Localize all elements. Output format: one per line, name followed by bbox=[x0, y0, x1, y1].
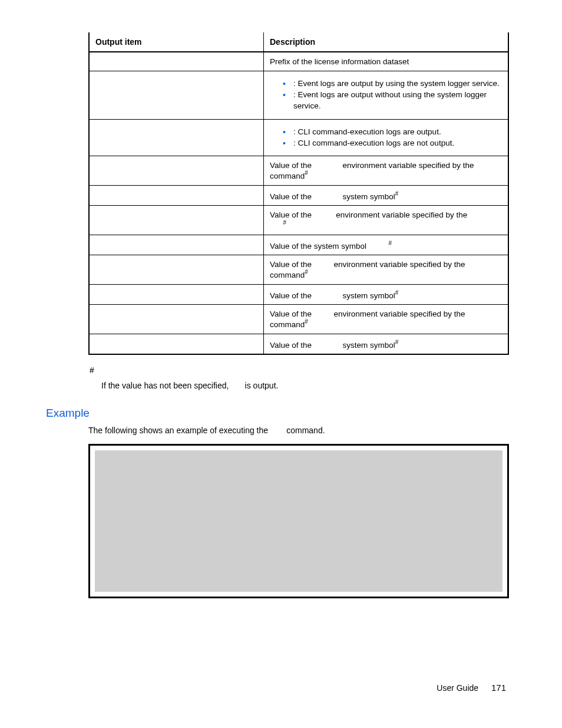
superscript: # bbox=[395, 289, 399, 296]
table-row: : CLI command-execution logs are output.… bbox=[89, 119, 508, 156]
cell-text: system symbol bbox=[343, 192, 395, 200]
superscript: # bbox=[395, 339, 399, 345]
table-cell: Prefix of the license information datase… bbox=[264, 52, 509, 71]
table-row: Value of the environment variable specif… bbox=[89, 206, 508, 235]
table-cell bbox=[89, 52, 264, 71]
cell-text: environment variable specified by the bbox=[334, 260, 465, 269]
table-row: Value of the system symbol# bbox=[89, 334, 508, 354]
footnote-mark: # bbox=[90, 365, 509, 375]
superscript: # bbox=[305, 269, 308, 275]
table-cell: : CLI command-execution logs are output.… bbox=[264, 119, 509, 156]
page-number: 171 bbox=[491, 683, 506, 693]
list-item: : Event logs are output without using th… bbox=[283, 90, 502, 112]
table-row: Value of the system symbol# bbox=[89, 185, 508, 206]
code-example-block bbox=[95, 450, 503, 592]
table-cell: : Event logs are output by using the sys… bbox=[264, 71, 509, 120]
table-cell bbox=[89, 235, 264, 255]
superscript: # bbox=[283, 219, 287, 226]
page-footer: User Guide 171 bbox=[437, 683, 506, 693]
table-cell bbox=[89, 185, 264, 206]
table-cell: Value of the environment variable specif… bbox=[264, 305, 509, 334]
cell-text: command bbox=[270, 172, 305, 180]
cell-text: environment variable specified by the bbox=[343, 161, 474, 170]
table-cell: Value of the system symbol# bbox=[264, 185, 509, 206]
cell-text: Value of the bbox=[270, 291, 314, 299]
table-cell bbox=[89, 206, 264, 235]
cell-text: system symbol bbox=[343, 340, 395, 349]
table-row: Value of the system symbol# bbox=[89, 284, 508, 305]
code-example-frame bbox=[88, 444, 509, 598]
table-header-description: Description bbox=[264, 32, 509, 52]
table-cell bbox=[89, 334, 264, 354]
section-heading-example: Example bbox=[46, 407, 509, 420]
table-cell: Value of the system symbol# bbox=[264, 284, 509, 305]
example-text: command. bbox=[286, 426, 325, 435]
cell-text: Value of the bbox=[270, 161, 314, 170]
bullet-list: : Event logs are output by using the sys… bbox=[270, 78, 502, 112]
superscript: # bbox=[389, 240, 392, 246]
example-text: The following shows an example of execut… bbox=[88, 426, 270, 435]
table-cell: Value of the environment variable specif… bbox=[264, 206, 509, 235]
superscript: # bbox=[305, 170, 308, 176]
list-item: : CLI command-execution logs are not out… bbox=[283, 138, 502, 149]
table-cell bbox=[89, 119, 264, 156]
example-description: The following shows an example of execut… bbox=[88, 426, 509, 435]
cell-text: command bbox=[270, 271, 305, 279]
table-header-output-item: Output item bbox=[89, 32, 264, 52]
footer-label: User Guide bbox=[437, 683, 478, 693]
cell-text: Value of the system symbol bbox=[270, 241, 369, 250]
table-cell: Value of the system symbol # bbox=[264, 235, 509, 255]
table-cell bbox=[89, 71, 264, 120]
list-item: : CLI command-execution logs are output. bbox=[283, 127, 502, 138]
cell-text: Value of the bbox=[270, 340, 314, 349]
list-item: : Event logs are output by using the sys… bbox=[283, 78, 502, 90]
table-row: Value of the environment variable specif… bbox=[89, 156, 508, 186]
table-cell bbox=[89, 284, 264, 305]
table-row: Prefix of the license information datase… bbox=[89, 52, 508, 71]
cell-text: environment variable specified by the bbox=[334, 309, 465, 318]
table-cell bbox=[89, 305, 264, 334]
footnote-text: is output. bbox=[245, 381, 279, 390]
cell-text: Value of the bbox=[270, 192, 314, 200]
table-cell bbox=[89, 255, 264, 285]
table-row: : Event logs are output by using the sys… bbox=[89, 71, 508, 120]
superscript: # bbox=[395, 190, 399, 197]
table-row: Value of the environment variable specif… bbox=[89, 255, 508, 285]
output-items-table: Output item Description Prefix of the li… bbox=[88, 32, 509, 355]
table-cell: Value of the environment variable specif… bbox=[264, 156, 509, 186]
cell-text: system symbol bbox=[343, 291, 395, 299]
table-cell bbox=[89, 156, 264, 186]
cell-text: Value of the bbox=[270, 260, 314, 269]
table-row: Value of the system symbol # bbox=[89, 235, 508, 255]
superscript: # bbox=[305, 318, 308, 325]
cell-text: environment variable specified by the bbox=[336, 210, 467, 219]
cell-text: command bbox=[270, 320, 305, 329]
table-row: Value of the environment variable specif… bbox=[89, 305, 508, 334]
table-cell: Value of the environment variable specif… bbox=[264, 255, 509, 285]
footnote-text: If the value has not been specified, bbox=[101, 381, 231, 390]
bullet-list: : CLI command-execution logs are output.… bbox=[270, 127, 502, 149]
cell-text: Value of the bbox=[270, 309, 314, 318]
table-cell: Value of the system symbol# bbox=[264, 334, 509, 354]
cell-text: Value of the bbox=[270, 210, 314, 219]
footnote: # If the value has not been specified, i… bbox=[88, 365, 509, 390]
